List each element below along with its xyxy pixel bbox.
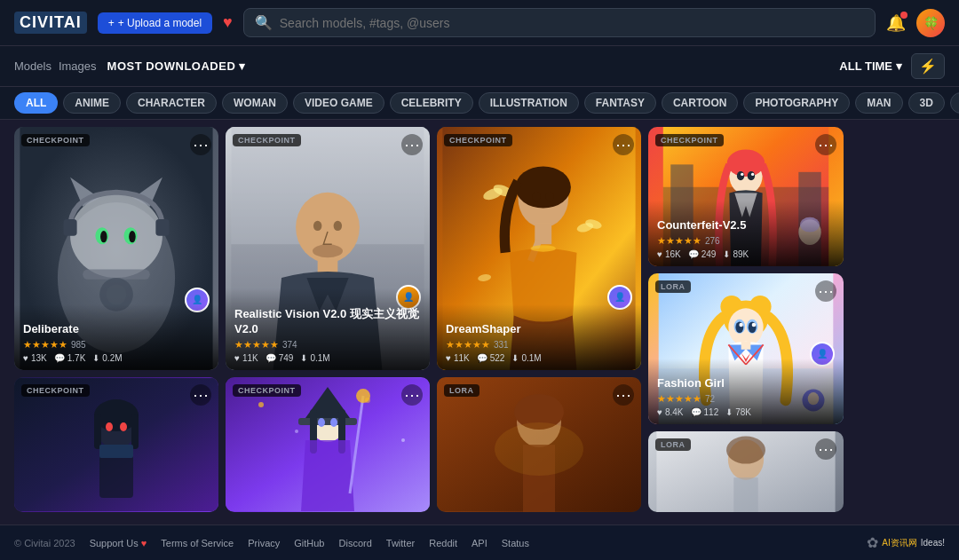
svg-rect-5 <box>64 219 77 236</box>
tab-images[interactable]: Images <box>59 58 97 75</box>
category-photography[interactable]: PHOTOGRAPHY <box>743 92 850 114</box>
search-input[interactable] <box>280 16 864 30</box>
terms-link[interactable]: Terms of Service <box>161 538 234 548</box>
card-badge: CHECKPOINT <box>21 384 90 397</box>
svg-rect-38 <box>298 418 357 425</box>
category-fantasy[interactable]: FANTASY <box>584 92 656 114</box>
svg-point-68 <box>737 171 744 180</box>
svg-point-29 <box>313 244 343 257</box>
card-anime-1[interactable]: CHECKPOINT ⋯ <box>14 377 218 512</box>
search-bar[interactable]: 🔍 <box>243 8 876 37</box>
card-title: Fashion Girl <box>657 376 835 390</box>
comment-icon: 💬 <box>54 353 65 363</box>
category-character[interactable]: CHARACTER <box>126 92 217 114</box>
card-stats: ♥11K 💬522 ⬇0.1M <box>446 353 632 363</box>
favorite-icon[interactable]: ♥ <box>223 13 233 32</box>
comment-icon: 💬 <box>688 249 699 259</box>
card-hearts-stat: ♥11K <box>446 353 470 363</box>
card-downloads-stat: ⬇78K <box>725 407 751 417</box>
svg-rect-18 <box>131 414 139 449</box>
card-rating-count: 72 <box>705 394 715 404</box>
search-icon: 🔍 <box>255 14 273 31</box>
reddit-link[interactable]: Reddit <box>429 538 457 548</box>
card-badge: CHECKPOINT <box>233 134 301 146</box>
footer: © Civitai 2023 Support Us ♥ Terms of Ser… <box>0 525 959 560</box>
category-illustration[interactable]: ILLUSTRATION <box>479 92 579 114</box>
card-menu-button[interactable]: ⋯ <box>190 384 211 406</box>
svg-point-19 <box>106 422 113 431</box>
svg-rect-6 <box>155 219 169 236</box>
ideas-label: Ideas! <box>921 538 945 548</box>
card-fashion-girl[interactable]: LORA ⋯ 👤 Fashion Girl ★★★★★ 72 ♥8.4K 💬11… <box>648 273 844 424</box>
card-image <box>437 377 641 512</box>
download-icon: ⬇ <box>725 407 733 417</box>
category-man[interactable]: MAN <box>855 92 902 114</box>
svg-point-28 <box>334 221 342 231</box>
notification-icon[interactable]: 🔔 <box>886 13 906 33</box>
card-title: DreamShaper <box>446 322 632 335</box>
support-link[interactable]: Support Us ♥ <box>90 538 147 548</box>
privacy-link[interactable]: Privacy <box>248 538 280 548</box>
card-comments-stat: 💬112 <box>691 407 719 417</box>
category-anime[interactable]: ANIME <box>63 92 121 114</box>
api-link[interactable]: API <box>472 538 487 548</box>
ai-flower-icon: ✿ <box>867 534 878 551</box>
card-lora-4[interactable]: LORA ⋯ <box>648 431 844 512</box>
heart-icon: ♥ <box>23 353 28 363</box>
upload-button[interactable]: + + Upload a model <box>98 12 212 34</box>
category-woman[interactable]: WOMAN <box>222 92 288 114</box>
avatar[interactable]: 🍀 <box>916 9 945 37</box>
card-menu-button[interactable]: ⋯ <box>613 134 634 155</box>
status-link[interactable]: Status <box>502 538 529 548</box>
svg-point-10 <box>129 231 136 242</box>
category-videogame[interactable]: VIDEO GAME <box>293 92 384 114</box>
svg-point-52 <box>516 166 571 208</box>
category-all[interactable]: ALL <box>14 92 58 114</box>
category-landscapes[interactable]: LANDSCAPES <box>950 92 959 114</box>
twitter-link[interactable]: Twitter <box>386 538 415 548</box>
category-cartoon[interactable]: CARTOON <box>662 92 738 114</box>
filter-icon-button[interactable]: ⚡ <box>911 53 945 79</box>
github-link[interactable]: GitHub <box>294 538 324 548</box>
card-menu-button[interactable]: ⋯ <box>190 134 211 155</box>
card-menu-button[interactable]: ⋯ <box>815 280 836 302</box>
card-lora-3[interactable]: LORA ⋯ <box>437 377 641 512</box>
time-filter-button[interactable]: ALL TIME ▾ <box>839 59 902 73</box>
card-downloads-stat: ⬇89K <box>723 249 749 259</box>
card-deliberate[interactable]: CHECKPOINT ⋯ 👤 Deliberate ★★★★★ 985 ♥13K… <box>14 127 218 370</box>
card-counterfeit[interactable]: CHECKPOINT ⋯ Counterfeit-V2.5 ★★★★★ 276 … <box>648 127 844 266</box>
ai-badge: ✿ AI资讯网 Ideas! <box>867 534 945 551</box>
card-hearts-stat: ♥16K <box>657 249 681 259</box>
svg-point-41 <box>318 418 325 427</box>
card-menu-button[interactable]: ⋯ <box>815 438 836 460</box>
card-menu-button[interactable]: ⋯ <box>401 134 423 155</box>
sort-button[interactable]: MOST DOWNLOADED ▾ <box>107 59 246 73</box>
card-witch[interactable]: CHECKPOINT ⋯ <box>226 377 430 512</box>
card-badge: CHECKPOINT <box>655 134 724 146</box>
card-badge: LORA <box>655 438 691 451</box>
svg-point-84 <box>739 323 742 327</box>
card-comments-stat: 💬522 <box>477 353 505 363</box>
support-heart-icon: ♥ <box>141 538 147 548</box>
card-menu-button[interactable]: ⋯ <box>401 384 423 406</box>
svg-point-32 <box>258 402 264 407</box>
svg-point-69 <box>748 171 755 180</box>
notification-dot <box>900 12 907 19</box>
card-rating-count: 331 <box>494 340 509 350</box>
card-stars: ★★★★★ <box>23 339 67 351</box>
card-menu-button[interactable]: ⋯ <box>613 384 634 406</box>
card-rating-count: 276 <box>705 236 720 246</box>
logo-box: CIVITAI <box>14 12 87 34</box>
card-downloads-stat: ⬇0.1M <box>300 353 329 363</box>
download-icon: ⬇ <box>300 353 307 363</box>
svg-point-70 <box>741 173 743 176</box>
svg-point-27 <box>313 221 321 231</box>
card-menu-button[interactable]: ⋯ <box>815 134 836 155</box>
tab-models[interactable]: Models <box>14 58 52 75</box>
card-realistic-vision[interactable]: CHECKPOINT ⋯ 👤 Realistic Vision V2.0 现实主… <box>226 127 430 370</box>
category-3d[interactable]: 3D <box>908 92 945 114</box>
category-celebrity[interactable]: CELEBRITY <box>390 92 473 114</box>
discord-link[interactable]: Discord <box>339 538 372 548</box>
card-dreamshaper[interactable]: CHECKPOINT ⋯ 👤 DreamShaper ★★★★★ 331 ♥11… <box>437 127 641 370</box>
svg-point-55 <box>532 192 540 201</box>
